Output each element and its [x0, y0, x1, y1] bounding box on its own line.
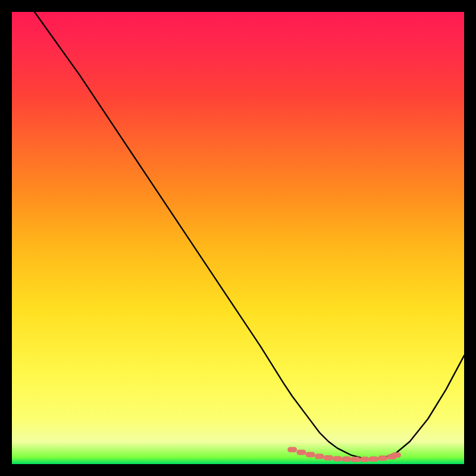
chart-frame: TheBottleneck.com	[12, 12, 464, 464]
chart-plot	[12, 12, 464, 464]
chart-background-gradient	[12, 12, 464, 464]
